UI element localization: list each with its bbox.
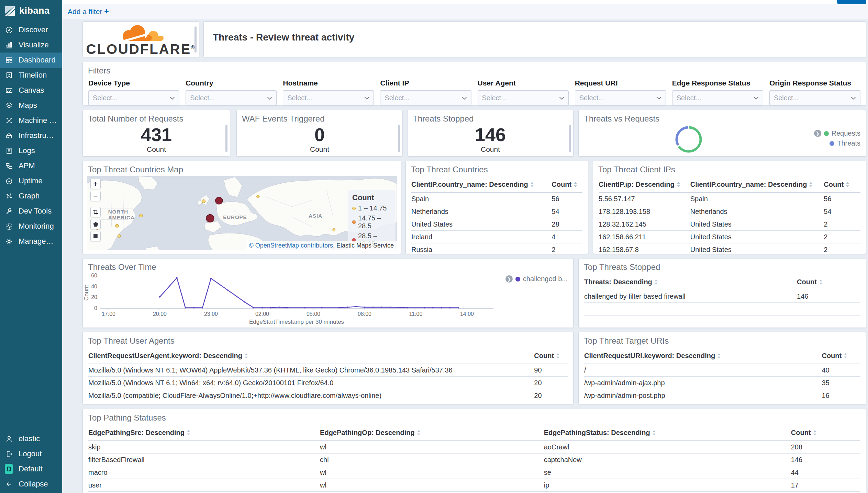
client-ip-select[interactable]: Select... xyxy=(380,90,471,105)
column-header[interactable]: Count xyxy=(552,177,582,193)
sidebar-item-collapse[interactable]: Collapse xyxy=(0,477,62,492)
add-filter-link[interactable]: Add a filter + xyxy=(68,7,109,16)
column-header[interactable]: ClientIP.country_name: Descending xyxy=(411,177,552,193)
request-uri-select[interactable]: Select... xyxy=(575,90,666,105)
table-row[interactable]: 5.56.57.147Spain56 xyxy=(599,193,860,205)
table-row[interactable]: Mozilla/5.0 (compatible; MSIE 9.0; Windo… xyxy=(88,402,568,405)
sidebar-item-graph[interactable]: Graph xyxy=(0,188,62,204)
origin-response-status-select[interactable]: Select... xyxy=(769,90,860,105)
table-row[interactable]: skipwlaoCrawl208 xyxy=(88,441,860,454)
zoom-in-button[interactable]: + xyxy=(90,179,101,189)
table-row[interactable]: Russia2 xyxy=(411,243,582,254)
sidebar-item-default[interactable]: DDefault xyxy=(0,461,62,477)
sort-icon[interactable] xyxy=(556,353,560,360)
sidebar-item-machine-le[interactable]: Machine Le... xyxy=(0,113,62,128)
legend-toggle-icon[interactable]: ❯ xyxy=(814,130,821,137)
column-header[interactable]: ClientIP.ip: Descending xyxy=(599,177,690,193)
table-row[interactable]: /wp-admin/admin-ajax.php?action=update-z… xyxy=(584,402,860,405)
legend-label[interactable]: challenged b... xyxy=(523,275,568,283)
table-row[interactable]: Netherlands54 xyxy=(411,205,582,218)
table-row[interactable]: userwlip17 xyxy=(88,479,860,492)
panel-scrollbar[interactable] xyxy=(398,125,400,152)
legend-label[interactable]: Requests xyxy=(832,129,861,137)
device-type-select[interactable]: Select... xyxy=(88,90,179,105)
world-map[interactable]: + − NORTH AMERICAEUROPEASIA Count 1 – 14… xyxy=(87,176,397,250)
table-row[interactable]: /wp-admin/admin-ajax.php35 xyxy=(584,377,860,389)
table-row[interactable]: challenged by filter based firewall146 xyxy=(584,290,860,303)
sidebar-item-maps[interactable]: Maps xyxy=(0,98,62,113)
openstreetmap-link[interactable]: © OpenStreetMap contributors, xyxy=(249,242,335,249)
sort-icon[interactable] xyxy=(244,353,248,360)
column-header[interactable]: EdgePathingOp: Descending xyxy=(320,425,544,441)
sidebar-item-apm[interactable]: APM xyxy=(0,158,62,173)
edge-response-status-select[interactable]: Select... xyxy=(672,90,763,105)
sidebar-item-dev-tools[interactable]: Dev Tools xyxy=(0,204,62,219)
sidebar-item-logout[interactable]: Logout xyxy=(0,446,62,461)
column-header[interactable]: EdgePathingSrc: Descending xyxy=(88,425,320,441)
sort-icon[interactable] xyxy=(813,429,817,437)
column-header[interactable]: ClientIP.country_name: Descending xyxy=(690,177,824,193)
column-header[interactable]: ClientRequestURI.keyword: Descending xyxy=(584,348,822,364)
sort-icon[interactable] xyxy=(819,279,823,287)
zoom-out-button[interactable]: − xyxy=(90,191,101,201)
table-row[interactable]: Mozilla/5.0 (Windows NT 6.1; Win64; x64;… xyxy=(88,377,568,389)
fit-bounds-button[interactable] xyxy=(90,207,101,217)
legend-toggle-icon[interactable]: ❯ xyxy=(505,275,513,283)
sidebar-item-discover[interactable]: Discover xyxy=(0,22,62,37)
table-row[interactable]: Mozilla/5.0 (compatible; CloudFlare-Alwa… xyxy=(88,389,568,402)
sidebar-item-logs[interactable]: Logs xyxy=(0,143,62,158)
legend-label[interactable]: Threats xyxy=(837,139,860,147)
column-header[interactable]: ClientRequestUserAgent.keyword: Descendi… xyxy=(88,348,534,364)
column-header[interactable]: EdgePathingStatus: Descending xyxy=(544,425,791,441)
table-row[interactable]: Spain56 xyxy=(411,193,582,205)
panel-scrollbar[interactable] xyxy=(225,125,227,152)
line-chart[interactable]: 020406017:0020:0023:0002:0005:0008:0011:… xyxy=(83,259,574,328)
sort-icon[interactable] xyxy=(574,181,577,189)
column-header[interactable]: Count xyxy=(797,275,860,290)
sort-icon[interactable] xyxy=(417,429,421,437)
sidebar-item-visualize[interactable]: Visualize xyxy=(0,37,62,53)
table-row[interactable]: 162.158.66.211United States2 xyxy=(599,231,860,243)
sort-icon[interactable] xyxy=(809,181,813,189)
table-row[interactable]: 162.158.67.8United States2 xyxy=(599,243,860,254)
column-header[interactable]: Count xyxy=(824,177,860,193)
user-agent-select[interactable]: Select... xyxy=(478,90,569,105)
draw-polygon-button[interactable] xyxy=(90,219,101,229)
sort-icon[interactable] xyxy=(530,181,534,189)
donut-chart[interactable] xyxy=(671,122,706,157)
sort-icon[interactable] xyxy=(187,429,190,437)
sort-icon[interactable] xyxy=(844,353,847,360)
country-select[interactable]: Select... xyxy=(186,90,277,105)
table-row[interactable]: 128.32.162.145United States2 xyxy=(599,218,860,231)
sidebar-item-timelion[interactable]: Timelion xyxy=(0,68,62,83)
panel-scrollbar[interactable] xyxy=(569,125,571,152)
sort-icon[interactable] xyxy=(717,353,721,360)
table-row[interactable]: /wp-admin/admin-post.php16 xyxy=(584,389,860,402)
table-row[interactable]: macrowlse44 xyxy=(88,466,860,479)
table-row[interactable]: filterBasedFirewallchlcaptchaNew146 xyxy=(88,454,860,466)
column-header[interactable]: Threats: Descending xyxy=(584,275,797,290)
draw-rectangle-button[interactable] xyxy=(90,231,101,241)
sidebar-item-infrastructure[interactable]: Infrastructure xyxy=(0,128,62,143)
sidebar-item-dashboard[interactable]: Dashboard xyxy=(0,53,62,68)
sidebar-item-elastic[interactable]: elastic xyxy=(0,431,62,446)
panel-scrollbar[interactable] xyxy=(194,26,197,53)
sidebar-item-management[interactable]: Management xyxy=(0,234,62,249)
table-row[interactable]: /40 xyxy=(584,364,860,377)
sidebar-item-monitoring[interactable]: Monitoring xyxy=(0,219,62,234)
table-row[interactable]: Ireland4 xyxy=(411,231,582,243)
column-header[interactable]: Count xyxy=(791,425,860,441)
query-update-button[interactable] xyxy=(837,0,866,4)
sort-icon[interactable] xyxy=(846,181,849,189)
query-bar[interactable] xyxy=(62,0,868,4)
hostname-select[interactable]: Select... xyxy=(283,90,374,105)
sort-icon[interactable] xyxy=(677,181,680,189)
sort-icon[interactable] xyxy=(652,429,656,437)
sidebar-item-canvas[interactable]: Canvas xyxy=(0,83,62,98)
table-row[interactable]: Mozilla/5.0 (Windows NT 6.1; WOW64) Appl… xyxy=(88,364,568,377)
column-header[interactable]: Count xyxy=(822,348,860,364)
column-header[interactable]: Count xyxy=(534,348,568,364)
sort-icon[interactable] xyxy=(654,279,658,287)
table-row[interactable]: 178.128.193.158Netherlands54 xyxy=(599,205,860,218)
table-row[interactable]: United States28 xyxy=(411,218,582,231)
